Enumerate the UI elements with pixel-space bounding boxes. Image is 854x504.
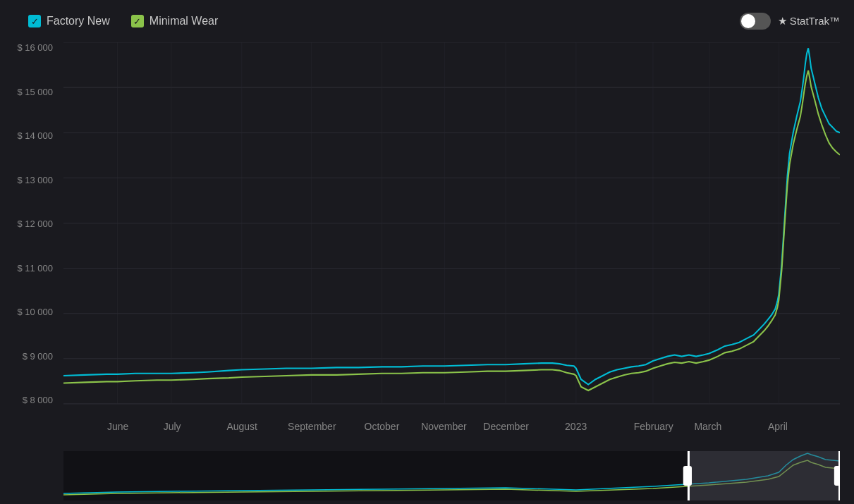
legend-bar: ✓ Factory New ✓ Minimal Wear ★ StatTrak™ [0, 7, 854, 35]
x-label-august: August [226, 421, 257, 432]
x-label-december: December [483, 421, 529, 432]
x-label-2023: 2023 [565, 421, 587, 432]
factory-new-line [63, 48, 840, 384]
legend-right: ★ StatTrak™ [740, 13, 840, 30]
minimal-wear-label: Minimal Wear [150, 15, 219, 27]
stattrak-label: ★ StatTrak™ [778, 15, 840, 27]
y-label-14000: $ 14 000 [0, 130, 60, 141]
legend-factory-new[interactable]: ✓ Factory New [28, 15, 110, 27]
factory-new-checkbox[interactable]: ✓ [28, 15, 41, 27]
minimal-wear-checkbox[interactable]: ✓ [131, 15, 144, 27]
x-label-november: November [421, 421, 467, 432]
minimal-wear-line [63, 70, 840, 391]
slider-right-handle[interactable] [834, 466, 840, 486]
y-label-10000: $ 10 000 [0, 307, 60, 317]
y-label-16000: $ 16 000 [0, 42, 60, 53]
y-label-13000: $ 13 000 [0, 175, 60, 185]
y-label-15000: $ 15 000 [0, 87, 60, 97]
mini-chart-svg-container [63, 451, 840, 500]
y-label-9000: $ 9 000 [0, 351, 60, 362]
slider-overlay[interactable] [689, 451, 840, 500]
x-label-february: February [634, 421, 673, 432]
chart-svg-container [63, 42, 840, 405]
x-label-april: April [768, 421, 788, 432]
toggle-knob [741, 14, 755, 28]
stattrak-toggle[interactable] [740, 13, 771, 30]
x-label-october: October [365, 421, 400, 432]
y-label-11000: $ 11 000 [0, 263, 60, 273]
x-label-september: September [288, 421, 336, 432]
y-axis: $ 16 000 $ 15 000 $ 14 000 $ 13 000 $ 12… [0, 42, 60, 405]
legend-left: ✓ Factory New ✓ Minimal Wear [28, 15, 218, 27]
chart-container: ✓ Factory New ✓ Minimal Wear ★ StatTrak™… [0, 0, 854, 504]
mini-chart-svg [63, 451, 840, 500]
x-label-june: June [107, 421, 128, 432]
x-label-march: March [694, 421, 721, 432]
legend-minimal-wear[interactable]: ✓ Minimal Wear [131, 15, 219, 27]
x-axis: June July August September October Novem… [63, 412, 840, 441]
mini-chart-container [0, 448, 854, 504]
main-chart-svg [63, 42, 840, 405]
y-label-8000: $ 8 000 [0, 395, 60, 405]
main-chart-area: $ 16 000 $ 15 000 $ 14 000 $ 13 000 $ 12… [0, 35, 854, 448]
y-label-12000: $ 12 000 [0, 219, 60, 229]
slider-left-handle[interactable] [683, 466, 692, 486]
factory-new-label: Factory New [47, 15, 110, 27]
x-label-july: July [164, 421, 181, 432]
